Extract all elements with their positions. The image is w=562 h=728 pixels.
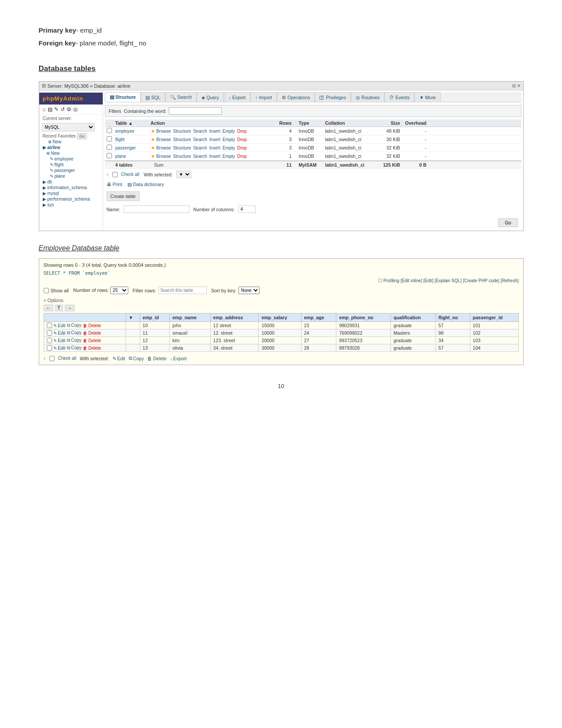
- sort-by-select[interactable]: None: [238, 287, 260, 294]
- search-flight[interactable]: Search: [193, 137, 207, 142]
- show-all-checkbox[interactable]: [44, 288, 49, 293]
- delete-row-link[interactable]: 🗑 Delete: [83, 338, 101, 343]
- empty-flight[interactable]: Empty: [223, 137, 235, 142]
- search-plane[interactable]: Search: [193, 154, 207, 159]
- sidebar-item-plane[interactable]: ✎ plane: [39, 173, 103, 179]
- row-checkbox-passenger[interactable]: [107, 145, 112, 150]
- sidebar-item-new1[interactable]: ⊕ New: [39, 139, 103, 145]
- sidebar-item-passenger[interactable]: ✎ passenger: [39, 168, 103, 173]
- explain-sql-link[interactable]: Explain SQL: [436, 278, 461, 283]
- copy-row-link[interactable]: ⧉ Copy: [67, 345, 82, 351]
- emp-delete-action[interactable]: 🗑 Delete: [147, 356, 166, 361]
- with-selected-select[interactable]: ▼: [176, 171, 191, 178]
- browse-passenger[interactable]: Browse: [156, 146, 171, 150]
- table-name-plane[interactable]: plane: [115, 154, 126, 159]
- create-table-button[interactable]: Create table: [107, 191, 140, 201]
- table-name-input[interactable]: [123, 205, 190, 213]
- row-select-cb[interactable]: [47, 338, 52, 343]
- edit-link[interactable]: Edit: [424, 278, 432, 283]
- sidebar-item-db[interactable]: ▶ db: [39, 179, 103, 185]
- empty-employee[interactable]: Empty: [223, 129, 235, 134]
- delete-row-link[interactable]: 🗑 Delete: [83, 346, 101, 351]
- check-all-label[interactable]: Check all: [121, 172, 139, 177]
- pma-minimize-icon[interactable]: ⊟: [512, 83, 516, 88]
- table-name-passenger[interactable]: passenger: [115, 146, 136, 150]
- print-link[interactable]: 🖶 Print: [107, 182, 123, 187]
- tab-export[interactable]: ↓ Export: [224, 92, 251, 102]
- insert-passenger[interactable]: Insert: [209, 146, 220, 150]
- star-icon-employee[interactable]: ★: [151, 128, 155, 134]
- sidebar-item-employee[interactable]: ✎ employee: [39, 156, 103, 162]
- th-emp-name[interactable]: emp_name: [170, 314, 210, 322]
- structure-plane[interactable]: Structure: [173, 154, 191, 159]
- pma-recent-go-btn[interactable]: Go: [77, 133, 87, 139]
- insert-employee[interactable]: Insert: [209, 129, 220, 134]
- copy-row-link[interactable]: ⧉ Copy: [67, 338, 82, 343]
- browse-plane[interactable]: Browse: [156, 154, 171, 159]
- row-select-cb[interactable]: [47, 330, 52, 336]
- star-icon-flight[interactable]: ★: [151, 137, 155, 142]
- tab-events[interactable]: ⏱ Events: [384, 92, 414, 102]
- nav-table-btn[interactable]: T: [55, 305, 63, 311]
- refresh-link[interactable]: Refresh: [502, 278, 517, 283]
- insert-flight[interactable]: Insert: [209, 137, 220, 142]
- sidebar-item-new2[interactable]: ⊕ New: [39, 150, 103, 156]
- browse-flight[interactable]: Browse: [156, 137, 171, 142]
- table-name-employee[interactable]: employee: [115, 129, 134, 134]
- emp-copy-action[interactable]: ⧉ Copy: [129, 355, 144, 361]
- pma-home-icon[interactable]: ⌂: [43, 106, 46, 112]
- num-columns-input[interactable]: [238, 205, 256, 213]
- num-rows-select[interactable]: 25 50 100: [110, 287, 128, 294]
- empty-passenger[interactable]: Empty: [223, 146, 235, 150]
- profiling-checkbox[interactable]: ☐: [378, 278, 382, 283]
- go-button[interactable]: Go: [498, 218, 517, 227]
- pma-close-icon[interactable]: ✕: [517, 83, 521, 88]
- tab-operations[interactable]: ⚙ Operations: [277, 92, 315, 102]
- structure-flight[interactable]: Structure: [173, 137, 191, 142]
- row-select-cb[interactable]: [47, 323, 52, 328]
- emp-edit-action[interactable]: ✎ Edit: [112, 356, 125, 361]
- th-sort-icon[interactable]: ▼: [126, 314, 140, 322]
- drop-employee[interactable]: Drop: [237, 129, 247, 134]
- nav-prev-btn[interactable]: ←: [44, 305, 53, 311]
- tab-routines[interactable]: ◎ Routines: [351, 92, 384, 102]
- tab-more[interactable]: ▼ More: [414, 92, 440, 102]
- row-checkbox-plane[interactable]: [107, 153, 112, 158]
- containing-word-input[interactable]: [169, 107, 222, 115]
- th-emp-address[interactable]: emp_address: [210, 314, 259, 322]
- search-passenger[interactable]: Search: [193, 146, 207, 150]
- create-php-link[interactable]: Create PHP code: [464, 278, 499, 283]
- tab-privileges[interactable]: ⚿ Privileges: [315, 92, 350, 102]
- th-emp-age[interactable]: emp_age: [301, 314, 336, 322]
- insert-plane[interactable]: Insert: [209, 154, 220, 159]
- th-qualification[interactable]: qualification: [391, 314, 435, 322]
- delete-row-link[interactable]: 🗑 Delete: [83, 323, 101, 328]
- drop-passenger[interactable]: Drop: [237, 146, 247, 150]
- th-emp-id[interactable]: emp_id: [140, 314, 170, 322]
- emp-nav-up-icon[interactable]: ↑: [44, 356, 46, 361]
- browse-employee[interactable]: Browse: [156, 129, 171, 134]
- delete-row-link[interactable]: 🗑 Delete: [83, 331, 101, 336]
- edit-row-link[interactable]: ✎ Edit: [53, 346, 66, 351]
- emp-export-action[interactable]: ↓ Export: [170, 356, 187, 361]
- pma-nav-up-icon[interactable]: ↑: [107, 172, 109, 177]
- edit-row-link[interactable]: ✎ Edit: [53, 323, 66, 328]
- star-icon-passenger[interactable]: ★: [151, 145, 155, 150]
- tab-search[interactable]: 🔍 Search: [165, 92, 197, 102]
- th-emp-phone-no[interactable]: emp_phone_no: [336, 314, 391, 322]
- pma-circle-icon[interactable]: ◎: [73, 106, 78, 112]
- sidebar-item-airline[interactable]: ▶ airline: [39, 145, 103, 150]
- pma-nav-left-icon[interactable]: ⊟: [42, 83, 46, 89]
- copy-row-link[interactable]: ⧉ Copy: [67, 330, 82, 336]
- table-name-flight[interactable]: flight: [115, 137, 125, 142]
- tab-import[interactable]: ↑ Import: [250, 92, 277, 102]
- edit-row-link[interactable]: ✎ Edit: [53, 331, 66, 336]
- copy-row-link[interactable]: ⧉ Copy: [67, 323, 82, 328]
- emp-check-all-label[interactable]: Check all: [58, 356, 76, 361]
- emp-options[interactable]: + Options: [44, 298, 519, 303]
- search-employee[interactable]: Search: [193, 129, 207, 134]
- sidebar-item-mysql[interactable]: ▶ mysql: [39, 190, 103, 196]
- sidebar-item-performance-schema[interactable]: ▶ performance_schema: [39, 196, 103, 202]
- data-dictionary-link[interactable]: ▤ Data dictionary: [127, 182, 164, 187]
- th-emp-salary[interactable]: emp_salary: [259, 314, 301, 322]
